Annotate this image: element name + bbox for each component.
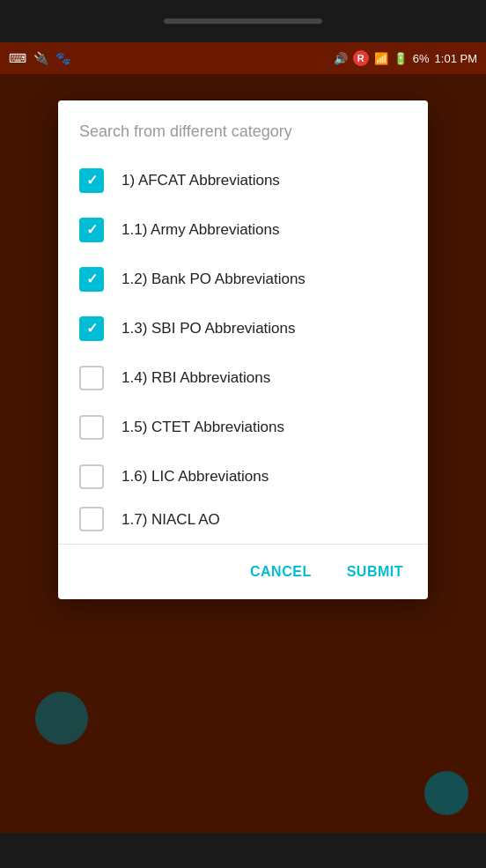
checkbox-label: 1.4) RBI Abbreviations: [122, 367, 270, 389]
checkmark-icon: ✓: [86, 322, 98, 336]
list-item[interactable]: 1.6) LIC Abbreviations: [72, 452, 414, 501]
list-item[interactable]: 1.7) NIACL AO: [72, 501, 414, 537]
phone-notch: [0, 0, 486, 42]
submit-button[interactable]: SUBMIT: [336, 555, 414, 589]
status-left-icons: ⌨ 🔌 🐾: [9, 51, 70, 65]
checkbox-label: 1) AFCAT Abbreviations: [122, 170, 280, 191]
list-item[interactable]: ✓ 1.1) Army Abbreviations: [72, 205, 414, 255]
phone-bottom-bar: [0, 833, 486, 868]
checkbox-afcat[interactable]: ✓: [79, 168, 104, 193]
dialog-title: Search from different category: [58, 100, 428, 156]
app-background: Search from different category ✓ 1) AFCA…: [0, 74, 486, 833]
usb-icon: 🔌: [33, 51, 48, 65]
checkbox-label: 1.3) SBI PO Abbreviations: [122, 318, 296, 339]
checkmark-icon: ✓: [86, 272, 98, 286]
list-item[interactable]: ✓ 1.2) Bank PO Abbreviations: [72, 255, 414, 304]
checkbox-label: 1.7) NIACL AO: [122, 509, 220, 530]
signal-icon: 📶: [374, 52, 388, 65]
checkmark-icon: ✓: [86, 174, 98, 188]
checkbox-label: 1.5) CTET Abbreviations: [122, 417, 284, 438]
checkbox-ctet[interactable]: [79, 415, 104, 440]
dialog-actions: CANCEL SUBMIT: [58, 545, 428, 599]
checkmark-icon: ✓: [86, 223, 98, 237]
list-item[interactable]: 1.5) CTET Abbreviations: [72, 403, 414, 452]
checkbox-label: 1.6) LIC Abbreviations: [122, 466, 269, 487]
checkbox-army[interactable]: ✓: [79, 218, 104, 242]
checkbox-label: 1.2) Bank PO Abbreviations: [122, 269, 306, 290]
checkbox-niacl[interactable]: [79, 507, 104, 531]
battery-icon: 🔋: [394, 52, 408, 65]
category-dialog: Search from different category ✓ 1) AFCA…: [58, 100, 428, 599]
list-item[interactable]: ✓ 1.3) SBI PO Abbreviations: [72, 304, 414, 353]
debug-icon: 🐾: [55, 51, 70, 65]
checkbox-rbi[interactable]: [79, 366, 104, 390]
checkbox-sbipo[interactable]: ✓: [79, 316, 104, 341]
status-right: 🔊 R 📶 🔋 6% 1:01 PM: [334, 50, 477, 66]
keyboard-icon: ⌨: [9, 51, 26, 65]
checkbox-lic[interactable]: [79, 464, 104, 489]
cancel-button[interactable]: CANCEL: [239, 555, 322, 589]
notch-bar: [164, 19, 322, 24]
list-item[interactable]: ✓ 1) AFCAT Abbreviations: [72, 156, 414, 205]
checkbox-label: 1.1) Army Abbreviations: [122, 219, 280, 241]
battery-percent: 6%: [413, 52, 430, 65]
volume-icon: 🔊: [334, 52, 348, 65]
checkbox-bankpo[interactable]: ✓: [79, 267, 104, 292]
r-badge: R: [353, 50, 369, 66]
clock: 1:01 PM: [435, 52, 477, 65]
status-bar: ⌨ 🔌 🐾 🔊 R 📶 🔋 6% 1:01 PM: [0, 42, 486, 74]
list-item[interactable]: 1.4) RBI Abbreviations: [72, 353, 414, 403]
dialog-content: ✓ 1) AFCAT Abbreviations ✓ 1.1) Army Abb…: [58, 156, 428, 537]
